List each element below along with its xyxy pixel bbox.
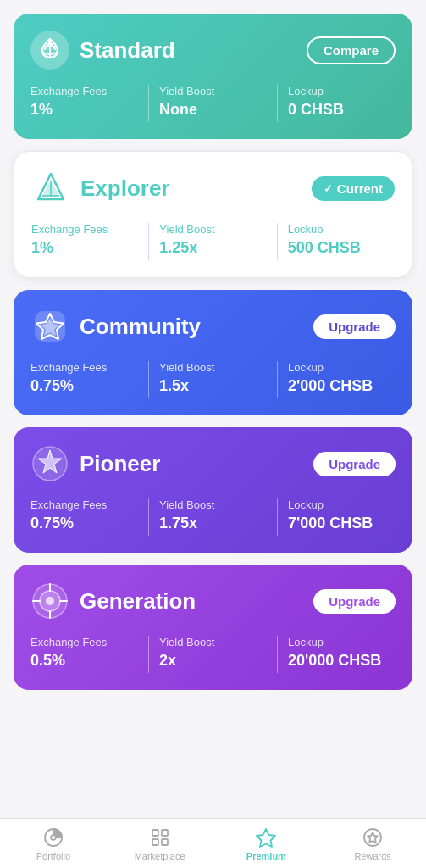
- pioneer-exchange-fees-label: Exchange Fees: [30, 498, 138, 511]
- svg-point-26: [364, 829, 381, 846]
- community-yield-boost-label: Yield Boost: [159, 361, 267, 374]
- pioneer-card-header-left: Pioneer: [30, 444, 160, 483]
- generation-stats: Exchange Fees 0.5% Yield Boost 2x Lockup…: [30, 636, 396, 673]
- generation-lockup-value: 20'000 CHSB: [288, 652, 396, 670]
- standard-stats: Exchange Fees 1% Yield Boost None Lockup…: [30, 85, 396, 122]
- main-content: Standard Compare Exchange Fees 1% Yield …: [0, 0, 426, 868]
- standard-yield-boost-value: None: [159, 101, 267, 119]
- pioneer-lockup-label: Lockup: [288, 498, 396, 511]
- pioneer-exchange-fees: Exchange Fees 0.75%: [30, 498, 138, 532]
- generation-yield-boost-label: Yield Boost: [159, 636, 267, 648]
- nav-portfolio[interactable]: Portfolio: [0, 827, 107, 861]
- community-title: Community: [80, 314, 201, 340]
- nav-marketplace[interactable]: Marketplace: [107, 827, 213, 861]
- standard-exchange-fees-label: Exchange Fees: [30, 85, 138, 97]
- marketplace-icon: [150, 827, 170, 848]
- pioneer-divider-1: [148, 498, 149, 536]
- explorer-yield-boost-value: 1.25x: [159, 239, 266, 257]
- community-card: Community Upgrade Exchange Fees 0.75% Yi…: [14, 290, 412, 415]
- generation-title: Generation: [80, 588, 196, 615]
- svg-point-14: [46, 597, 54, 605]
- standard-lockup-label: Lockup: [288, 85, 396, 97]
- nav-premium[interactable]: Premium: [213, 827, 320, 861]
- explorer-stats: Exchange Fees 1% Yield Boost 1.25x Locku…: [31, 223, 395, 260]
- generation-card-header-left: Generation: [30, 581, 196, 620]
- svg-rect-24: [162, 839, 168, 845]
- community-card-header: Community Upgrade: [30, 307, 396, 346]
- standard-yield-boost-label: Yield Boost: [159, 85, 267, 97]
- generation-yield-boost-value: 2x: [159, 652, 267, 670]
- explorer-lockup-label: Lockup: [288, 223, 395, 236]
- generation-divider-2: [277, 636, 278, 673]
- community-upgrade-button[interactable]: Upgrade: [313, 314, 396, 339]
- standard-exchange-fees-value: 1%: [30, 101, 138, 119]
- nav-rewards[interactable]: Rewards: [319, 827, 426, 861]
- current-button[interactable]: ✓ Current: [312, 176, 395, 201]
- explorer-icon: [31, 169, 70, 208]
- community-yield-boost: Yield Boost 1.5x: [159, 361, 267, 395]
- checkmark-icon: ✓: [324, 182, 333, 195]
- svg-marker-25: [257, 829, 275, 847]
- standard-divider-2: [277, 85, 278, 122]
- rewards-label: Rewards: [354, 851, 390, 861]
- pioneer-card: Pioneer Upgrade Exchange Fees 0.75% Yiel…: [14, 427, 412, 553]
- pioneer-yield-boost-value: 1.75x: [159, 515, 267, 532]
- generation-icon: [30, 581, 69, 620]
- portfolio-icon: [43, 827, 64, 848]
- pioneer-lockup-value: 7'000 CHSB: [288, 515, 396, 532]
- generation-card: Generation Upgrade Exchange Fees 0.5% Yi…: [14, 565, 412, 690]
- community-divider-2: [277, 361, 278, 398]
- pioneer-exchange-fees-value: 0.75%: [30, 515, 138, 532]
- generation-lockup-label: Lockup: [288, 636, 396, 648]
- community-lockup: Lockup 2'000 CHSB: [288, 361, 396, 395]
- svg-rect-21: [152, 830, 158, 836]
- standard-lockup: Lockup 0 CHSB: [288, 85, 396, 119]
- community-divider-1: [148, 361, 149, 398]
- community-yield-boost-value: 1.5x: [159, 377, 267, 395]
- pioneer-divider-2: [277, 498, 278, 536]
- community-exchange-fees-value: 0.75%: [30, 377, 138, 395]
- standard-yield-boost: Yield Boost None: [159, 85, 267, 119]
- pioneer-icon: [30, 444, 69, 483]
- explorer-divider-2: [277, 223, 278, 260]
- standard-icon: [30, 31, 69, 70]
- community-card-header-left: Community: [30, 307, 201, 346]
- svg-rect-22: [162, 830, 168, 836]
- explorer-exchange-fees-value: 1%: [31, 239, 138, 257]
- explorer-lockup-value: 500 CHSB: [288, 239, 395, 257]
- current-label: Current: [337, 181, 383, 196]
- explorer-divider-1: [148, 223, 149, 260]
- community-stats: Exchange Fees 0.75% Yield Boost 1.5x Loc…: [30, 361, 396, 398]
- pioneer-lockup: Lockup 7'000 CHSB: [288, 498, 396, 532]
- explorer-yield-boost: Yield Boost 1.25x: [159, 223, 266, 257]
- standard-title: Standard: [80, 37, 175, 64]
- generation-upgrade-button[interactable]: Upgrade: [313, 589, 396, 614]
- explorer-exchange-fees-label: Exchange Fees: [31, 223, 138, 236]
- community-exchange-fees-label: Exchange Fees: [30, 361, 138, 374]
- explorer-card: Explorer ✓ Current Exchange Fees 1% Yiel…: [14, 151, 412, 278]
- premium-label: Premium: [246, 851, 286, 861]
- generation-exchange-fees: Exchange Fees 0.5%: [30, 636, 138, 670]
- explorer-exchange-fees: Exchange Fees 1%: [31, 223, 138, 257]
- pioneer-yield-boost: Yield Boost 1.75x: [159, 498, 267, 532]
- bottom-nav: Portfolio Marketplace Premium Rewards: [0, 818, 426, 868]
- pioneer-yield-boost-label: Yield Boost: [159, 498, 267, 511]
- explorer-yield-boost-label: Yield Boost: [159, 223, 266, 236]
- explorer-title: Explorer: [80, 175, 170, 202]
- generation-lockup: Lockup 20'000 CHSB: [288, 636, 396, 670]
- explorer-card-header: Explorer ✓ Current: [31, 169, 395, 208]
- marketplace-label: Marketplace: [135, 851, 185, 861]
- standard-card-header: Standard Compare: [30, 31, 396, 70]
- premium-icon: [256, 827, 276, 848]
- pioneer-stats: Exchange Fees 0.75% Yield Boost 1.75x Lo…: [30, 498, 396, 536]
- compare-button[interactable]: Compare: [307, 36, 396, 64]
- standard-exchange-fees: Exchange Fees 1%: [30, 85, 138, 119]
- generation-yield-boost: Yield Boost 2x: [159, 636, 267, 670]
- standard-divider-1: [148, 85, 149, 122]
- svg-point-20: [51, 835, 56, 840]
- svg-rect-23: [152, 839, 158, 845]
- portfolio-label: Portfolio: [36, 851, 70, 861]
- pioneer-upgrade-button[interactable]: Upgrade: [313, 452, 396, 476]
- explorer-lockup: Lockup 500 CHSB: [288, 223, 395, 257]
- community-exchange-fees: Exchange Fees 0.75%: [30, 361, 138, 395]
